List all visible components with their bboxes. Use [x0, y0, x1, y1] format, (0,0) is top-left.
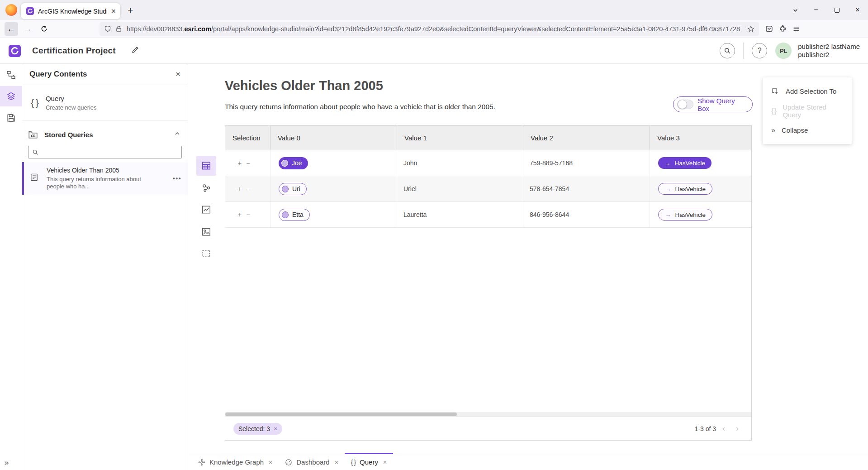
app-favicon-icon: [26, 7, 34, 15]
close-tab-icon[interactable]: ×: [335, 459, 338, 466]
menu-item-collapse[interactable]: » Collapse: [763, 120, 852, 140]
braces-icon: { }: [31, 97, 38, 108]
tab-close-icon[interactable]: ×: [111, 7, 116, 15]
show-query-box-toggle[interactable]: Show Query Box: [673, 96, 753, 112]
help-button[interactable]: ?: [752, 43, 767, 58]
next-page-button[interactable]: ›: [731, 423, 743, 435]
tracking-shield-icon[interactable]: [104, 25, 111, 33]
search-icon: [724, 47, 731, 54]
query-create-item[interactable]: { } Query Create new queries: [22, 85, 188, 120]
view-table-button[interactable]: [196, 156, 216, 176]
view-select-button[interactable]: [196, 244, 216, 264]
entity-pill[interactable]: Joe: [279, 157, 308, 169]
add-selection-icon[interactable]: +: [238, 185, 242, 192]
user-username: publisher2: [798, 51, 860, 59]
remove-selection-icon[interactable]: −: [246, 159, 250, 167]
search-button[interactable]: [720, 43, 735, 58]
user-name: publisher2 lastName: [798, 43, 860, 51]
stored-queries-header[interactable]: Stored Queries: [22, 127, 188, 142]
new-tab-button[interactable]: +: [128, 5, 133, 15]
user-info[interactable]: publisher2 lastName publisher2: [798, 43, 860, 59]
reload-button[interactable]: [37, 22, 51, 36]
back-button[interactable]: ←: [5, 22, 18, 36]
search-input[interactable]: [42, 149, 178, 156]
window-close-button[interactable]: ×: [847, 0, 868, 20]
clear-selection-icon[interactable]: ×: [274, 425, 277, 432]
selected-count-chip[interactable]: Selected: 3×: [233, 423, 282, 435]
pencil-icon: [131, 46, 139, 54]
app-body: » Query Contents × { } Query Create new …: [0, 64, 868, 470]
tab-list-chevron-icon[interactable]: [785, 0, 806, 20]
value2-cell: 578-654-7854: [523, 176, 650, 201]
url-text: https://dev0028833.esri.com/portal/apps/…: [127, 25, 747, 33]
toggle-track[interactable]: [677, 100, 693, 109]
panel-close-icon[interactable]: ×: [175, 69, 180, 79]
window-minimize-button[interactable]: −: [806, 0, 826, 20]
stored-queries-title: Stored Queries: [44, 131, 93, 139]
selection-cell: + −: [225, 150, 270, 176]
bookmark-star-icon[interactable]: [747, 25, 754, 33]
firefox-logo-icon[interactable]: [5, 4, 17, 16]
entity-cell: Uri: [270, 176, 397, 201]
marquee-select-icon: [201, 249, 211, 259]
more-options-icon[interactable]: ●●●: [173, 176, 181, 181]
horizontal-scrollbar[interactable]: [225, 412, 751, 417]
column-header: Value 1: [397, 126, 523, 150]
map-image-icon: [201, 227, 211, 237]
menu-item-update-stored-query[interactable]: { } Update Stored Query: [763, 101, 852, 120]
prev-page-button[interactable]: ‹: [718, 423, 730, 435]
entity-pill[interactable]: Uri: [279, 183, 307, 195]
view-map-button[interactable]: [196, 222, 216, 242]
query-item-text: Query Create new queries: [46, 95, 97, 111]
add-selection-icon[interactable]: +: [238, 159, 242, 167]
relationship-pill[interactable]: →HasVehicle: [658, 157, 711, 169]
arrow-right-icon: →: [664, 160, 671, 167]
table-row[interactable]: + − Etta Lauretta 846-956-8644 →HasVehic…: [225, 202, 751, 228]
tab-query[interactable]: { } Query ×: [345, 453, 393, 470]
chart-icon: [201, 205, 211, 215]
extensions-puzzle-icon[interactable]: [779, 25, 787, 33]
value2-cell: 846-956-8644: [523, 202, 650, 227]
close-tab-icon[interactable]: ×: [269, 459, 272, 466]
browser-tab-title: ArcGIS Knowledge Studio: [38, 8, 107, 15]
pocket-icon[interactable]: [765, 25, 773, 33]
view-chart-button[interactable]: [196, 200, 216, 220]
window-maximize-button[interactable]: [826, 0, 847, 20]
query-item-subtitle: Create new queries: [46, 104, 97, 111]
url-bar[interactable]: https://dev0028833.esri.com/portal/apps/…: [100, 22, 759, 36]
remove-selection-icon[interactable]: −: [246, 211, 250, 218]
avatar[interactable]: PL: [775, 43, 792, 59]
remove-selection-icon[interactable]: −: [246, 185, 250, 192]
arrow-right-icon: →: [665, 186, 671, 192]
view-link-chart-button[interactable]: [196, 178, 216, 198]
value2-cell: 759-889-57168: [523, 150, 650, 176]
lock-icon[interactable]: [115, 25, 122, 32]
stored-query-item[interactable]: Vehicles Older Than 2005 This query retu…: [22, 162, 188, 195]
scrollbar-thumb[interactable]: [225, 412, 457, 416]
hamburger-menu-icon[interactable]: [792, 25, 800, 33]
expand-panel-icon[interactable]: »: [5, 458, 9, 467]
value3-cell: →HasVehicle: [650, 150, 752, 176]
rail-save-button[interactable]: [0, 108, 22, 128]
menu-item-add-selection-to[interactable]: Add Selection To: [763, 82, 852, 101]
edit-project-button[interactable]: [131, 46, 139, 56]
relationship-pill[interactable]: →HasVehicle: [658, 183, 712, 195]
close-tab-icon[interactable]: ×: [383, 459, 387, 466]
tab-dashboard[interactable]: Dashboard ×: [279, 453, 345, 470]
relationship-pill[interactable]: →HasVehicle: [658, 209, 712, 221]
stored-query-title: Vehicles Older Than 2005: [47, 167, 141, 174]
chevron-up-icon[interactable]: [174, 130, 180, 139]
rail-data-model-button[interactable]: [0, 65, 22, 85]
add-selection-icon[interactable]: +: [238, 211, 242, 218]
entity-dot-icon: [282, 211, 289, 218]
table-row[interactable]: + − Joe John 759-889-57168 →HasVehicle: [225, 150, 751, 176]
tab-knowledge-graph[interactable]: Knowledge Graph ×: [192, 453, 279, 470]
browser-tab[interactable]: ArcGIS Knowledge Studio ×: [21, 3, 120, 19]
browser-toolbar: ← → https://dev0028833.esri.com/portal/a…: [0, 20, 868, 38]
table-row[interactable]: + − Uri Uriel 578-654-7854 →HasVehicle: [225, 176, 751, 202]
floppy-save-icon: [6, 113, 16, 123]
rail-layers-button[interactable]: [0, 86, 22, 106]
stored-queries-search[interactable]: [28, 146, 182, 158]
forward-button[interactable]: →: [21, 22, 34, 36]
entity-pill[interactable]: Etta: [279, 209, 310, 221]
